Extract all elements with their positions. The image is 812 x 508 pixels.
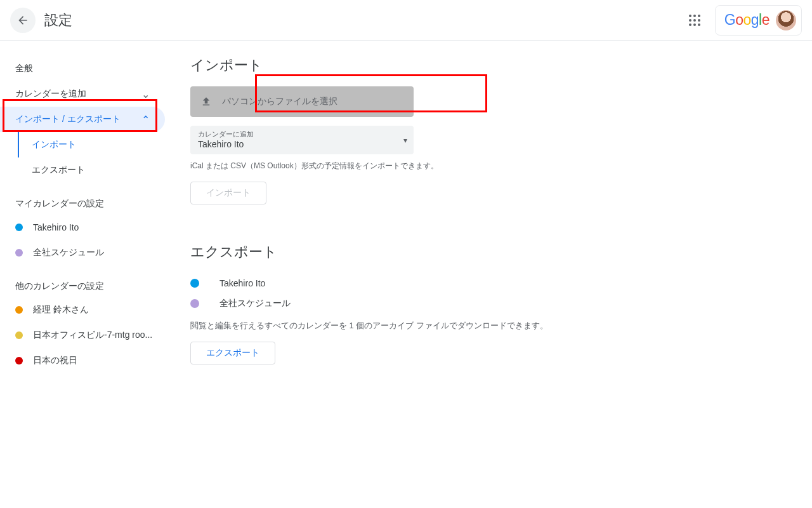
account-switcher[interactable]: Google [715, 5, 802, 36]
upload-icon [200, 96, 212, 107]
svg-point-8 [698, 23, 700, 26]
nav-label: インポート / エクスポート [15, 114, 121, 125]
import-button[interactable]: インポート [190, 182, 266, 204]
svg-point-3 [689, 19, 691, 22]
other-calendar-item[interactable]: 日本の祝日 [15, 348, 165, 373]
google-logo: Google [724, 11, 769, 29]
chevron-down-icon: ⌄ [141, 88, 150, 100]
svg-point-7 [693, 23, 696, 26]
calendar-color-dot [15, 357, 23, 364]
calendar-color-dot [190, 279, 199, 288]
button-label: インポート [206, 187, 251, 199]
calendar-color-dot [15, 224, 23, 231]
export-heading: エクスポート [190, 243, 787, 262]
calendar-label: 日本の祝日 [33, 355, 77, 366]
google-apps-button[interactable] [682, 8, 707, 33]
calendar-label: Takehiro Ito [33, 222, 79, 232]
sidebar-mycal-header: マイカレンダーの設定 [15, 198, 165, 210]
export-calendar-item: Takehiro Ito [190, 273, 787, 293]
calendar-label: 日本オフィスビル-7-mtg roo... [33, 330, 152, 341]
nav-label: インポート [32, 139, 76, 150]
sidebar-othercal-header: 他のカレンダーの設定 [15, 281, 165, 292]
nav-sub-export[interactable]: エクスポート [18, 157, 165, 183]
chevron-down-icon: ▾ [403, 136, 407, 145]
nav-sub-import[interactable]: インポート [18, 132, 165, 157]
my-calendar-item[interactable]: 全社スケジュール [15, 240, 165, 265]
chevron-up-icon: ⌃ [141, 114, 150, 126]
nav-import-export[interactable]: インポート / エクスポート ⌃ [0, 107, 165, 132]
other-calendar-item[interactable]: 経理 鈴木さん [15, 297, 165, 323]
other-calendar-item[interactable]: 日本オフィスビル-7-mtg roo... [15, 323, 165, 348]
nav-add-calendar[interactable]: カレンダーを追加 ⌄ [0, 81, 165, 107]
main-content: インポート パソコンからファイルを選択 カレンダーに追加 Takehiro It… [165, 41, 812, 389]
export-section: エクスポート Takehiro Ito全社スケジュール 閲覧と編集を行えるすべて… [190, 243, 787, 364]
nav-label: 全般 [15, 63, 33, 74]
calendar-label: Takehiro Ito [219, 278, 265, 288]
calendar-color-dot [15, 249, 23, 257]
svg-point-5 [698, 19, 700, 22]
back-button[interactable] [10, 8, 36, 33]
nav-label: カレンダーを追加 [15, 88, 86, 100]
arrow-left-icon [16, 14, 29, 27]
select-value: Takehiro Ito [198, 139, 406, 149]
calendar-color-dot [15, 306, 23, 314]
calendar-label: 全社スケジュール [219, 298, 291, 309]
avatar [776, 10, 796, 30]
sidebar: 全般 カレンダーを追加 ⌄ インポート / エクスポート ⌃ インポート エクス… [0, 41, 165, 389]
my-calendar-item[interactable]: Takehiro Ito [15, 215, 165, 240]
apps-grid-icon [689, 15, 700, 26]
pick-file-label: パソコンからファイルを選択 [222, 96, 337, 107]
export-button[interactable]: エクスポート [190, 342, 275, 364]
nav-label: エクスポート [32, 164, 85, 176]
add-to-calendar-select[interactable]: カレンダーに追加 Takehiro Ito ▾ [190, 126, 414, 154]
header: 設定 Google [0, 0, 812, 41]
import-hint: iCal または CSV（MS Outlook）形式の予定情報をインポートできま… [190, 161, 787, 171]
export-hint: 閲覧と編集を行えるすべてのカレンダーを 1 個のアーカイブ ファイルでダウンロー… [190, 320, 787, 331]
button-label: エクスポート [206, 347, 259, 359]
calendar-label: 全社スケジュール [33, 247, 104, 258]
svg-point-1 [693, 15, 696, 17]
calendar-color-dot [15, 331, 23, 339]
svg-point-2 [698, 15, 700, 17]
svg-point-6 [689, 23, 691, 26]
svg-point-4 [693, 19, 696, 22]
export-calendar-item: 全社スケジュール [190, 293, 787, 314]
select-label: カレンダーに追加 [198, 130, 406, 139]
import-section: インポート パソコンからファイルを選択 カレンダーに追加 Takehiro It… [190, 56, 787, 204]
calendar-label: 経理 鈴木さん [33, 304, 89, 316]
nav-general[interactable]: 全般 [0, 56, 165, 81]
import-heading: インポート [190, 56, 787, 75]
calendar-color-dot [190, 299, 199, 308]
svg-point-0 [689, 15, 691, 17]
page-title: 設定 [44, 11, 682, 30]
pick-file-button[interactable]: パソコンからファイルを選択 [190, 86, 414, 117]
